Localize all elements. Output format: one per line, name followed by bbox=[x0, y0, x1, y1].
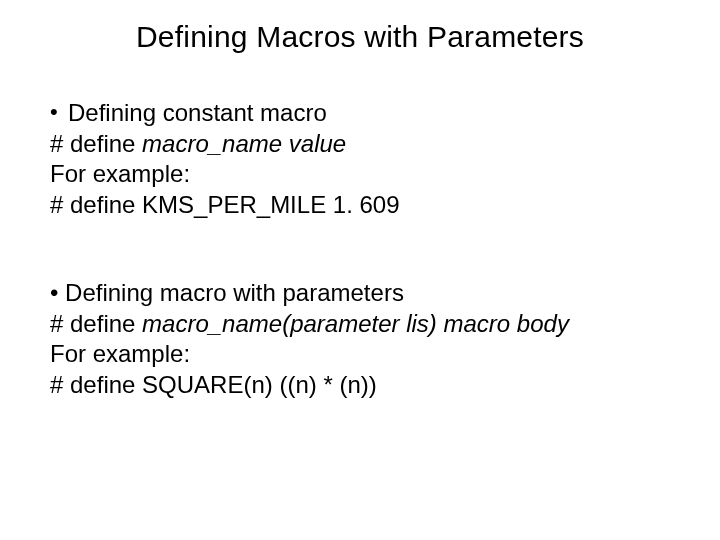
slide-title: Defining Macros with Parameters bbox=[0, 20, 720, 54]
bullet-line: • Defining constant macro bbox=[50, 98, 400, 129]
section2-example-code: # define SQUARE(n) ((n) * (n)) bbox=[50, 370, 569, 401]
section2-heading: Defining macro with parameters bbox=[65, 279, 404, 306]
bullet-icon: • bbox=[50, 279, 58, 306]
bullet-icon: • bbox=[50, 98, 68, 126]
section1-example-label: For example: bbox=[50, 159, 400, 190]
section1-syntax-prefix: # define bbox=[50, 130, 142, 157]
section2-example-label: For example: bbox=[50, 339, 569, 370]
slide: Defining Macros with Parameters • Defini… bbox=[0, 0, 720, 540]
section1-heading: Defining constant macro bbox=[68, 98, 327, 129]
section-constant-macro: • Defining constant macro # define macro… bbox=[50, 98, 400, 221]
section1-syntax-ital: macro_name value bbox=[142, 130, 346, 157]
section1-example-code: # define KMS_PER_MILE 1. 609 bbox=[50, 190, 400, 221]
section2-syntax: # define macro_name(parameter lis) macro… bbox=[50, 309, 569, 340]
section2-syntax-prefix: # define bbox=[50, 310, 142, 337]
section2-heading-line: • Defining macro with parameters bbox=[50, 278, 569, 309]
section-param-macro: • Defining macro with parameters # defin… bbox=[50, 278, 569, 401]
section1-syntax: # define macro_name value bbox=[50, 129, 400, 160]
section2-syntax-ital: macro_name(parameter lis) macro body bbox=[142, 310, 569, 337]
